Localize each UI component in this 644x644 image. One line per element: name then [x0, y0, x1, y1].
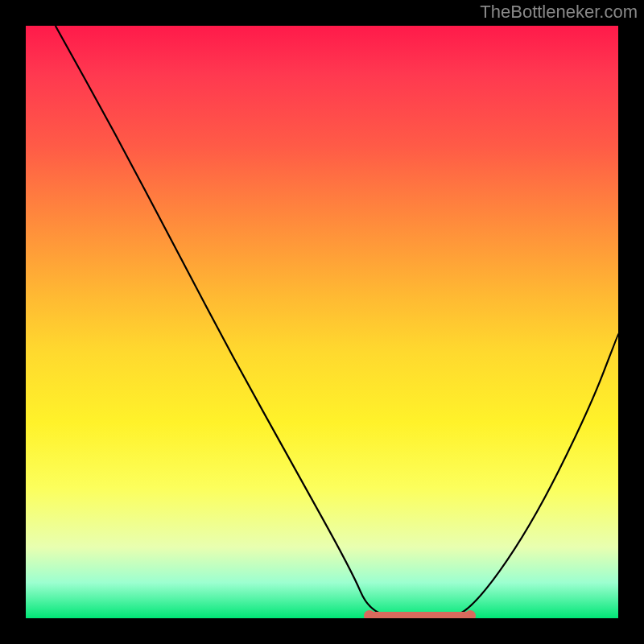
curve-svg: [26, 26, 618, 618]
plot-area: [26, 26, 618, 618]
bottleneck-curve: [56, 26, 618, 618]
optimal-range-bar: [369, 612, 470, 618]
watermark-text: TheBottleneker.com: [480, 2, 638, 23]
